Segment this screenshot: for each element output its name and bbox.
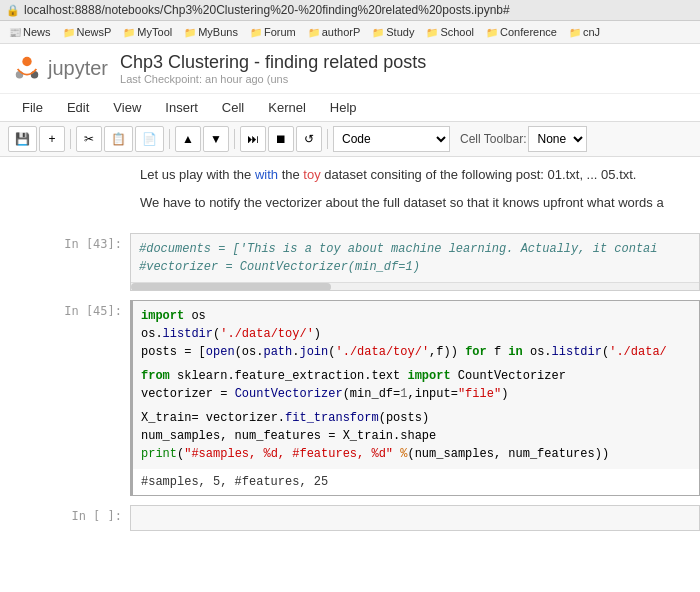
title-bar: 🔒 localhost:8888/notebooks/Chp3%20Cluste… (0, 0, 700, 21)
highlight-toy: toy (303, 167, 320, 182)
cell-label-45: In [45]: (0, 300, 130, 318)
folder-icon: 📁 (308, 27, 320, 38)
text-paragraph-1: Let us play with the with the toy datase… (140, 165, 688, 185)
checkpoint-text: Last Checkpoint: an hour ago (uns (120, 73, 426, 85)
cut-button[interactable]: ✂ (76, 126, 102, 152)
code-line: posts = [open(os.path.join('./data/toy/'… (141, 343, 691, 361)
code-line: print("#samples, %d, #features, %d" %(nu… (141, 445, 691, 463)
bookmark-label: Conference (500, 26, 557, 38)
bookmark-study[interactable]: 📁 Study (367, 24, 419, 40)
code-line: #documents = ['This is a toy about machi… (139, 240, 691, 258)
bookmark-label: authorP (322, 26, 361, 38)
jupyter-logo-svg (12, 54, 42, 84)
code-line: #vectorizer = CountVectorizer(min_df=1) (139, 258, 691, 276)
interrupt-button[interactable]: ⏹ (268, 126, 294, 152)
bookmark-authorp[interactable]: 📁 authorP (303, 24, 366, 40)
bookmark-forum[interactable]: 📁 Forum (245, 24, 301, 40)
move-down-button[interactable]: ▼ (203, 126, 229, 152)
menu-kernel[interactable]: Kernel (258, 96, 316, 119)
paste-button[interactable]: 📄 (135, 126, 164, 152)
bookmark-newsp[interactable]: 📁 NewsP (58, 24, 117, 40)
skip-button[interactable]: ⏭ (240, 126, 266, 152)
folder-icon: 📁 (250, 27, 262, 38)
url-text: localhost:8888/notebooks/Chp3%20Clusteri… (24, 3, 510, 17)
notebook-content: Let us play with the with the toy datase… (0, 157, 700, 535)
save-button[interactable]: 💾 (8, 126, 37, 152)
move-up-button[interactable]: ▲ (175, 126, 201, 152)
toolbar-separator (70, 129, 71, 149)
code-line: vectorizer = CountVectorizer(min_df=1,in… (141, 385, 691, 403)
bookmark-conference[interactable]: 📁 Conference (481, 24, 562, 40)
bookmark-icon: 📰 (9, 27, 21, 38)
code-line: num_samples, num_features = X_train.shap… (141, 427, 691, 445)
code-area-45[interactable]: import os os.listdir('./data/toy/') post… (133, 301, 699, 469)
copy-button[interactable]: 📋 (104, 126, 133, 152)
highlight-with: with (255, 167, 278, 182)
code-cell-43: In [43]: #documents = ['This is a toy ab… (0, 228, 700, 295)
bookmark-label: MyTool (137, 26, 172, 38)
code-line: os.listdir('./data/toy/') (141, 325, 691, 343)
scrollbar-thumb (131, 283, 331, 290)
bookmark-label: School (440, 26, 474, 38)
code-line: X_train= vectorizer.fit_transform(posts) (141, 409, 691, 427)
output-area-45: #samples, 5, #features, 25 (133, 469, 699, 495)
folder-icon: 📁 (486, 27, 498, 38)
cell-content-43: #documents = ['This is a toy about machi… (130, 233, 700, 291)
notebook-title[interactable]: Chp3 Clustering - finding related posts (120, 52, 426, 73)
folder-icon: 📁 (123, 27, 135, 38)
bookmark-cnj[interactable]: 📁 cnJ (564, 24, 605, 40)
notebook-title-area: Chp3 Clustering - finding related posts … (120, 52, 426, 85)
folder-icon: 📁 (372, 27, 384, 38)
cell-toolbar-select[interactable]: None (528, 126, 587, 152)
toolbar-separator (169, 129, 170, 149)
menu-insert[interactable]: Insert (155, 96, 208, 119)
menu-edit[interactable]: Edit (57, 96, 99, 119)
folder-icon: 📁 (569, 27, 581, 38)
bookmark-mybuns[interactable]: 📁 MyBuns (179, 24, 243, 40)
cell-content-empty[interactable] (130, 505, 700, 531)
cell-label-empty: In [ ]: (0, 505, 130, 523)
bookmark-label: News (23, 26, 51, 38)
code-cell-empty: In [ ]: (0, 500, 700, 535)
code-area-43[interactable]: #documents = ['This is a toy about machi… (131, 234, 699, 282)
bookmark-school[interactable]: 📁 School (421, 24, 479, 40)
bookmark-label: NewsP (77, 26, 112, 38)
bookmarks-bar: 📰 News 📁 NewsP 📁 MyTool 📁 MyBuns 📁 Forum… (0, 21, 700, 44)
folder-icon: 📁 (184, 27, 196, 38)
horizontal-scrollbar[interactable] (131, 282, 699, 290)
toolbar-separator (327, 129, 328, 149)
menu-file[interactable]: File (12, 96, 53, 119)
svg-point-0 (22, 56, 31, 65)
toolbar: 💾 + ✂ 📋 📄 ▲ ▼ ⏭ ⏹ ↺ Code Markdown Raw NB… (0, 122, 700, 157)
empty-code-area[interactable] (131, 506, 699, 530)
bookmark-label: MyBuns (198, 26, 238, 38)
bookmark-label: Forum (264, 26, 296, 38)
code-line: import os (141, 307, 691, 325)
cell-toolbar-label: Cell Toolbar: (460, 132, 526, 146)
code-line: from sklearn.feature_extraction.text imp… (141, 367, 691, 385)
text-cell-1: Let us play with the with the toy datase… (0, 157, 700, 228)
folder-icon: 📁 (63, 27, 75, 38)
folder-icon: 📁 (426, 27, 438, 38)
bookmark-label: cnJ (583, 26, 600, 38)
menu-view[interactable]: View (103, 96, 151, 119)
output-text: #samples, 5, #features, 25 (141, 475, 328, 489)
add-cell-button[interactable]: + (39, 126, 65, 152)
menu-help[interactable]: Help (320, 96, 367, 119)
cell-label-43: In [43]: (0, 233, 130, 251)
menu-bar: File Edit View Insert Cell Kernel Help (0, 94, 700, 122)
lock-icon: 🔒 (6, 4, 20, 17)
restart-button[interactable]: ↺ (296, 126, 322, 152)
bookmark-mytool[interactable]: 📁 MyTool (118, 24, 177, 40)
bookmark-news[interactable]: 📰 News (4, 24, 56, 40)
text-paragraph-2: We have to notify the vectorizer about t… (140, 193, 688, 213)
cell-content-45: import os os.listdir('./data/toy/') post… (130, 300, 700, 496)
code-cell-45: In [45]: import os os.listdir('./data/to… (0, 295, 700, 500)
jupyter-logo: jupyter (12, 54, 108, 84)
jupyter-header: jupyter Chp3 Clustering - finding relate… (0, 44, 700, 94)
toolbar-separator (234, 129, 235, 149)
bookmark-label: Study (386, 26, 414, 38)
menu-cell[interactable]: Cell (212, 96, 254, 119)
jupyter-logo-text: jupyter (48, 57, 108, 80)
cell-type-select[interactable]: Code Markdown Raw NBConvert Heading (333, 126, 450, 152)
